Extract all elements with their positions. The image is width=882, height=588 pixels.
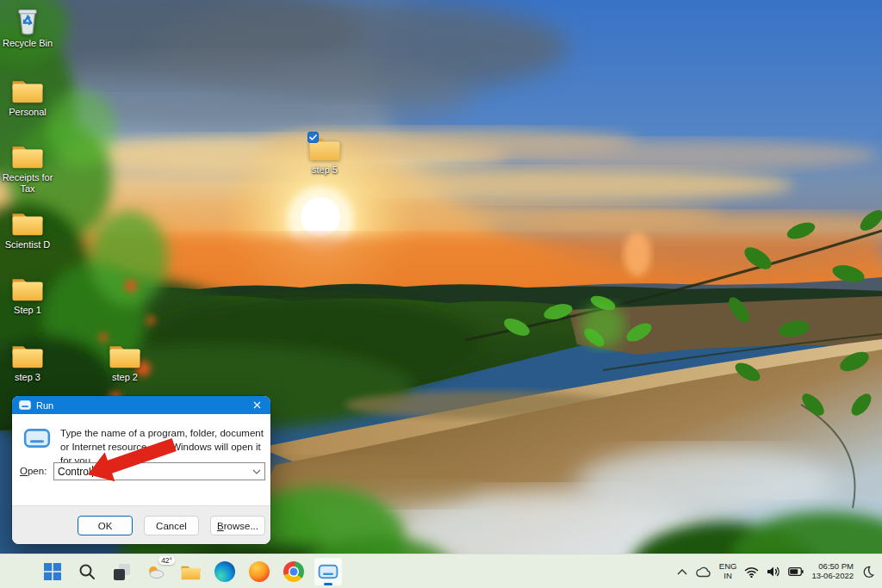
close-icon[interactable] bbox=[250, 399, 264, 412]
desktop-icon-label: Recycle Bin bbox=[3, 38, 53, 49]
run-window-icon bbox=[19, 400, 31, 410]
folder-icon bbox=[10, 141, 45, 170]
search-icon bbox=[78, 563, 96, 580]
weather-icon bbox=[146, 563, 165, 580]
run-glyph-icon bbox=[318, 564, 339, 579]
desktop-icon-receipts-for-tax[interactable]: Receipts for Tax bbox=[0, 141, 55, 194]
folder-icon bbox=[10, 208, 45, 238]
edge-icon bbox=[214, 561, 235, 582]
text-caret bbox=[92, 466, 93, 477]
search-button[interactable] bbox=[72, 557, 102, 586]
wifi-tray-button[interactable] bbox=[744, 566, 759, 578]
task-view-button[interactable] bbox=[107, 557, 136, 586]
run-dialog-window: Run Type the name of a program, folder, … bbox=[12, 396, 270, 544]
desktop-icon-label: Personal bbox=[9, 107, 46, 118]
run-taskbar-button[interactable] bbox=[314, 557, 343, 586]
language-indicator[interactable]: ENGIN bbox=[719, 562, 737, 581]
desktop-icon-label: Scientist D bbox=[5, 239, 51, 251]
start-button[interactable] bbox=[38, 557, 67, 586]
firefox-icon bbox=[249, 561, 270, 582]
clock[interactable]: 06:50 PM13-06-2022 bbox=[811, 562, 854, 581]
desktop-icon-step-1[interactable]: Step 1 bbox=[0, 274, 55, 316]
chrome-button[interactable] bbox=[279, 557, 308, 586]
desktop-icon-label: step 2 bbox=[112, 372, 138, 383]
desktop-icon-step-3[interactable]: step 3 bbox=[0, 341, 55, 383]
desktop-icon-scientist-d[interactable]: Scientist D bbox=[0, 208, 55, 251]
desktop-icon-label: step 5 bbox=[312, 164, 338, 176]
task-view-icon bbox=[113, 563, 131, 581]
battery-icon bbox=[788, 567, 804, 576]
desktop-icon-label: Receipts for Tax bbox=[0, 172, 55, 194]
taskbar-app-icons: 42° bbox=[38, 554, 343, 588]
desktop: Recycle Bin Personal Receipts for Tax Sc… bbox=[0, 0, 882, 588]
folder-icon bbox=[10, 341, 45, 370]
system-tray: ENGIN bbox=[677, 554, 875, 588]
onedrive-tray-button[interactable] bbox=[695, 566, 711, 578]
run-dialog-title: Run bbox=[36, 400, 250, 411]
selected-checkbox-icon[interactable] bbox=[307, 132, 319, 143]
browse-button[interactable]: Browse... bbox=[210, 516, 265, 535]
chevron-down-icon[interactable] bbox=[252, 469, 261, 474]
widget-temperature-badge: 42° bbox=[158, 556, 175, 565]
desktop-icon-personal[interactable]: Personal bbox=[0, 76, 55, 118]
run-dialog-body: Type the name of a program, folder, docu… bbox=[12, 414, 270, 505]
cloud-icon bbox=[695, 566, 711, 578]
run-dialog-titlebar[interactable]: Run bbox=[12, 396, 270, 414]
open-input[interactable]: Control bbox=[53, 462, 265, 480]
widgets-button[interactable]: 42° bbox=[141, 557, 171, 586]
active-app-indicator bbox=[324, 583, 332, 585]
folder-icon bbox=[10, 274, 45, 303]
volume-tray-button[interactable] bbox=[767, 566, 780, 578]
focus-assist-button[interactable] bbox=[861, 565, 875, 579]
run-dialog-footer: OK Cancel Browse... bbox=[12, 505, 270, 544]
desktop-icon-step-5[interactable]: step 5 bbox=[297, 133, 352, 176]
desktop-icon-step-2[interactable]: step 2 bbox=[97, 341, 152, 383]
file-explorer-icon bbox=[180, 563, 202, 581]
firefox-button[interactable] bbox=[245, 557, 274, 586]
desktop-icon-recycle-bin[interactable]: Recycle Bin bbox=[0, 7, 55, 49]
speaker-icon bbox=[767, 566, 780, 578]
edge-button[interactable] bbox=[210, 557, 239, 586]
chevron-up-icon bbox=[677, 569, 687, 575]
open-label: Open: bbox=[20, 466, 47, 476]
wifi-icon bbox=[744, 566, 759, 578]
desktop-icon-label: Step 1 bbox=[14, 305, 41, 316]
folder-icon bbox=[10, 76, 45, 105]
open-input-value: Control bbox=[58, 466, 91, 478]
recycle-bin-icon bbox=[10, 7, 45, 36]
ok-button[interactable]: OK bbox=[78, 516, 133, 535]
taskbar: 42° bbox=[0, 554, 882, 588]
battery-tray-button[interactable] bbox=[788, 567, 804, 576]
windows-logo-icon bbox=[44, 563, 61, 580]
folder-icon bbox=[108, 341, 142, 370]
file-explorer-button[interactable] bbox=[176, 557, 205, 586]
cancel-button[interactable]: Cancel bbox=[144, 516, 199, 535]
moon-icon bbox=[861, 565, 875, 579]
chrome-icon bbox=[283, 561, 304, 582]
run-glyph-icon bbox=[23, 428, 51, 449]
desktop-icon-label: step 3 bbox=[15, 372, 40, 383]
tray-overflow-chevron[interactable] bbox=[677, 569, 687, 575]
